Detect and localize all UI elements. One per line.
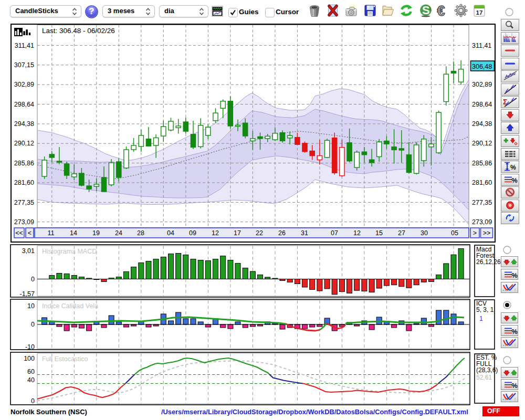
svg-text:52,61: 52,61 — [476, 374, 492, 381]
svg-text:298,64: 298,64 — [472, 101, 492, 108]
svg-text:290,12: 290,12 — [14, 140, 34, 147]
svg-text:28: 28 — [137, 229, 144, 237]
svg-text:273,09: 273,09 — [472, 218, 492, 226]
svg-text:%: % — [512, 328, 518, 335]
svg-text:%: % — [512, 272, 518, 279]
svg-text:27: 27 — [398, 229, 405, 237]
svg-text:30: 30 — [421, 229, 428, 237]
svg-text:0: 0 — [31, 321, 35, 328]
svg-text:07: 07 — [331, 229, 338, 237]
svg-text:05: 05 — [451, 229, 458, 237]
svg-text:€: € — [437, 4, 445, 17]
svg-text:294,38: 294,38 — [14, 120, 34, 128]
svg-text:281,60: 281,60 — [14, 179, 34, 186]
svg-text:22: 22 — [256, 229, 263, 237]
svg-text:Indice Calidad Vela: Indice Calidad Vela — [42, 302, 98, 310]
svg-text:311,41: 311,41 — [15, 42, 34, 49]
svg-text:298,64: 298,64 — [14, 101, 34, 108]
svg-text:12: 12 — [212, 229, 219, 237]
svg-text:294,38: 294,38 — [472, 120, 492, 128]
svg-text:3,01: 3,01 — [22, 247, 35, 255]
svg-text:%: % — [510, 164, 516, 171]
svg-text:12: 12 — [353, 229, 361, 237]
svg-text:307,15: 307,15 — [14, 61, 34, 69]
svg-text:24: 24 — [115, 229, 122, 237]
svg-text:281,60: 281,60 — [472, 179, 492, 186]
svg-text:09: 09 — [189, 229, 196, 237]
svg-text:(28,3,6): (28,3,6) — [476, 366, 498, 374]
svg-text:10: 10 — [27, 302, 35, 310]
svg-text:%: % — [512, 382, 518, 390]
svg-text:0: 0 — [31, 397, 35, 405]
svg-text:17: 17 — [234, 229, 241, 237]
svg-text:Histograma MACD: Histograma MACD — [42, 248, 97, 255]
svg-text:04: 04 — [167, 229, 174, 237]
svg-text:S: S — [422, 4, 430, 17]
svg-text:277,35: 277,35 — [472, 199, 492, 206]
svg-text:-10: -10 — [25, 343, 35, 351]
svg-text:15: 15 — [375, 229, 383, 237]
svg-text:273,09: 273,09 — [14, 218, 34, 226]
svg-text:17: 17 — [476, 9, 483, 16]
svg-text:285,86: 285,86 — [472, 160, 492, 167]
svg-text:Last: 306.48 - 06/02/26: Last: 306.48 - 06/02/26 — [42, 27, 115, 35]
svg-text:>>: >> — [483, 229, 491, 237]
svg-text:31: 31 — [301, 229, 308, 237]
svg-text:302,89: 302,89 — [14, 81, 34, 88]
svg-text:100: 100 — [24, 355, 35, 362]
svg-text:302,89: 302,89 — [472, 81, 492, 88]
svg-text:<: < — [28, 229, 32, 237]
svg-text:290,12: 290,12 — [472, 140, 492, 147]
svg-text:60: 60 — [27, 368, 35, 375]
svg-text:0: 0 — [31, 276, 35, 283]
svg-text:26,12,26: 26,12,26 — [476, 258, 501, 266]
svg-text:40: 40 — [27, 376, 35, 384]
svg-text:285,86: 285,86 — [14, 160, 34, 167]
svg-text:306,48: 306,48 — [472, 63, 492, 70]
svg-text:19: 19 — [92, 229, 100, 237]
svg-text:311,41: 311,41 — [472, 42, 491, 49]
svg-text:14: 14 — [70, 229, 77, 237]
svg-text:277,35: 277,35 — [14, 199, 34, 206]
svg-text:11: 11 — [48, 229, 55, 237]
svg-text:Full Estocastico: Full Estocastico — [42, 355, 88, 363]
svg-text:%: % — [511, 177, 517, 184]
svg-text:-1,57: -1,57 — [20, 290, 35, 298]
svg-text:<<: << — [15, 229, 23, 237]
svg-text:1: 1 — [479, 315, 483, 322]
svg-text:5, 3, 1: 5, 3, 1 — [476, 306, 494, 313]
svg-text:>: > — [473, 229, 477, 237]
svg-text:26: 26 — [278, 229, 286, 237]
